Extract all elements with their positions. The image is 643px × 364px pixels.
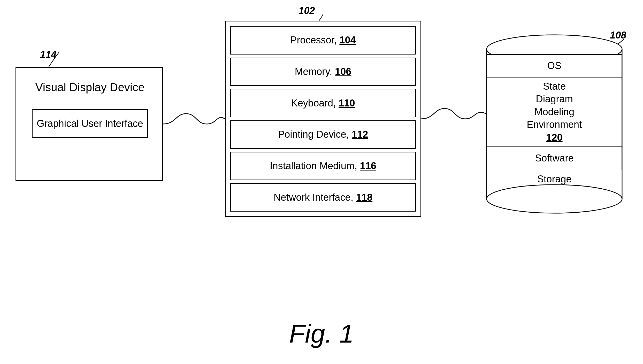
vdd-box: Visual Display Device Graphical User Int…: [16, 67, 163, 181]
pointing-device-row: Pointing Device, 112: [230, 120, 416, 149]
figure-label: Fig. 1: [0, 319, 643, 348]
diagram: 114 102 108 Visual Display Device Graphi…: [0, 0, 643, 364]
computer-box: Processor, 104 Memory, 106 Keyboard, 110…: [225, 21, 421, 217]
pointing-device-label: Pointing Device, 112: [278, 129, 368, 140]
gui-box: Graphical User Interface: [32, 109, 148, 138]
gui-label: Graphical User Interface: [37, 118, 143, 129]
cylinder-content: OS StateDiagramModelingEnvironment120 So…: [487, 54, 622, 188]
storage-row: Storage: [487, 170, 622, 188]
svg-point-3: [487, 185, 622, 213]
keyboard-label: Keyboard, 110: [291, 98, 355, 109]
installation-medium-label: Installation Medium, 116: [270, 160, 376, 172]
os-label: OS: [547, 59, 562, 72]
ref-114-label: 114: [40, 49, 56, 60]
memory-row: Memory, 106: [230, 58, 416, 86]
sdme-label: StateDiagramModelingEnvironment120: [527, 80, 582, 144]
software-label: Software: [535, 152, 574, 165]
storage-cylinder: OS StateDiagramModelingEnvironment120 So…: [486, 34, 623, 220]
os-row: OS: [487, 54, 622, 78]
memory-label: Memory, 106: [295, 66, 351, 77]
processor-label: Processor, 104: [290, 35, 356, 46]
network-interface-label: Network Interface, 118: [274, 192, 372, 203]
network-interface-row: Network Interface, 118: [230, 183, 416, 212]
sdme-row: StateDiagramModelingEnvironment120: [487, 78, 622, 147]
vdd-title: Visual Display Device: [16, 81, 164, 94]
keyboard-row: Keyboard, 110: [230, 89, 416, 117]
processor-row: Processor, 104: [230, 26, 416, 55]
installation-medium-row: Installation Medium, 116: [230, 152, 416, 180]
storage-label: Storage: [537, 174, 571, 185]
ref-102-label: 102: [298, 5, 315, 16]
software-row: Software: [487, 147, 622, 170]
